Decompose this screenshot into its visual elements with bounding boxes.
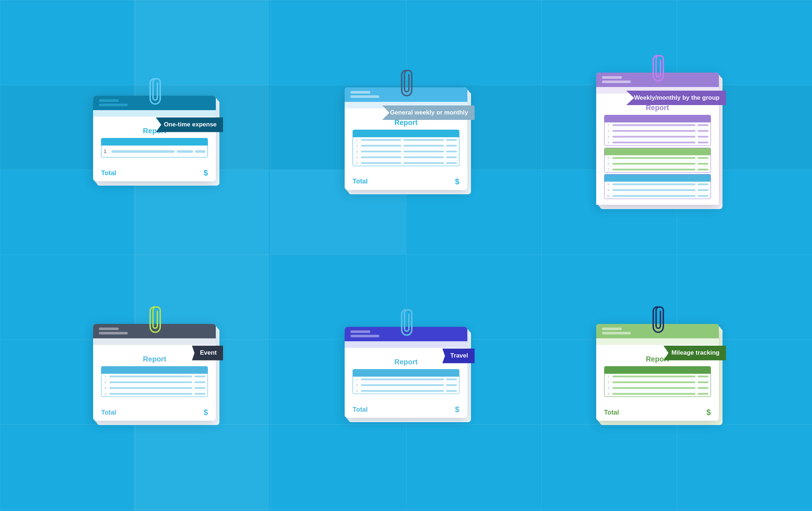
paperclip-6 xyxy=(651,304,664,333)
header-line-1 xyxy=(350,330,370,333)
table-row-2: 2 xyxy=(353,143,459,149)
header-line-1 xyxy=(99,99,119,102)
header-line-1 xyxy=(99,328,119,330)
card-cell-3: Weekly/monthly by the group Report 1 2 xyxy=(532,22,783,256)
card-4-total-icon: $ xyxy=(204,408,208,417)
card-subheader-1 xyxy=(93,110,216,117)
card-3-tag: Weekly/monthly by the group xyxy=(626,91,726,105)
paperclip-3 xyxy=(651,53,664,82)
card-4-total-label: Total xyxy=(101,409,116,416)
card-4-report-label: Report xyxy=(101,351,208,366)
card-cell-4: Event Report 1 2 xyxy=(29,256,280,490)
header-line-1 xyxy=(350,91,370,94)
card-4-tag: Event xyxy=(192,346,223,360)
card-5-tag: Travel xyxy=(442,348,475,363)
card-5-total-label: Total xyxy=(353,406,368,413)
card-wrapper-4: Event Report 1 2 xyxy=(93,324,216,421)
header-line-2 xyxy=(602,81,631,83)
row-number: 1 xyxy=(104,148,109,154)
row-line-alt xyxy=(177,150,193,153)
card-wrapper-5: Travel Report 1 2 xyxy=(345,327,467,418)
card-6-tag-label: Mileage tracking xyxy=(671,349,719,356)
card-3-tag-label: Weekly/monthly by the group xyxy=(634,94,720,101)
row-line-main xyxy=(112,150,175,153)
card-5-table: 1 2 3 xyxy=(353,369,459,394)
card-5-total-icon: $ xyxy=(455,405,459,414)
card-4-table-header xyxy=(101,367,208,374)
card-2-total-label: Total xyxy=(353,178,368,185)
card-1-total-label: Total xyxy=(101,169,116,177)
paperclip-2 xyxy=(400,68,412,96)
card-2-total-icon: $ xyxy=(455,177,459,186)
table-row-5: 5 xyxy=(353,160,459,166)
card-2-tag: General weekly or monthly xyxy=(382,105,475,120)
mileage-card[interactable]: Mileage tracking Report 1 2 xyxy=(596,324,719,421)
card-subheader-5 xyxy=(345,341,467,348)
event-card[interactable]: Event Report 1 2 xyxy=(93,324,216,421)
header-line-2 xyxy=(350,95,379,98)
card-4-tag-label: Event xyxy=(200,349,217,356)
card-3-table: 1 2 3 xyxy=(604,115,711,146)
card-1-total: Total $ xyxy=(93,165,216,181)
card-1-table: 1 xyxy=(101,138,208,157)
card-3-body: Report 1 2 xyxy=(596,94,719,205)
table-row-4: 4 xyxy=(353,155,459,160)
header-line-2 xyxy=(99,104,128,106)
card-1-table-row: 1 xyxy=(101,146,208,157)
card-3-table-3: 8 9 10 xyxy=(604,174,711,199)
card-cell-6: Mileage tracking Report 1 2 xyxy=(532,256,783,490)
travel-card[interactable]: Travel Report 1 2 xyxy=(345,327,467,418)
table-row-3: 3 xyxy=(353,149,459,155)
header-line-1 xyxy=(602,76,622,79)
card-4-table: 1 2 3 xyxy=(101,366,208,397)
header-line-2 xyxy=(602,332,631,334)
card-4-total: Total $ xyxy=(93,404,216,421)
card-wrapper-1: One-time expense Report 1 xyxy=(93,96,216,181)
row-line-end xyxy=(195,150,205,153)
card-1-total-icon: $ xyxy=(204,168,208,178)
group2-header xyxy=(604,148,711,155)
card-5-table-header xyxy=(353,369,459,377)
card-1-tag: One-time expense xyxy=(156,117,223,132)
card-5-tag-label: Travel xyxy=(450,352,468,359)
card-cell-2: General weekly or monthly Report 1 xyxy=(280,22,532,256)
card-cell-1: One-time expense Report 1 xyxy=(29,22,280,256)
paperclip-4 xyxy=(148,304,161,333)
card-2-total: Total $ xyxy=(345,173,467,190)
card-1-table-header xyxy=(101,138,208,146)
card-wrapper-6: Mileage tracking Report 1 2 xyxy=(596,324,719,421)
card-1-tag-label: One-time expense xyxy=(164,121,217,128)
card-6-table: 1 2 3 xyxy=(604,366,711,397)
card-6-total: Total $ xyxy=(596,404,719,421)
group1-header xyxy=(604,115,711,122)
paperclip-1 xyxy=(148,76,161,105)
group3-header xyxy=(604,174,711,182)
cards-grid: One-time expense Report 1 xyxy=(0,0,812,511)
general-weekly-card[interactable]: General weekly or monthly Report 1 xyxy=(345,87,467,190)
card-wrapper-2: General weekly or monthly Report 1 xyxy=(345,87,467,190)
card-subheader-4 xyxy=(93,338,216,345)
paperclip-5 xyxy=(400,307,412,336)
card-2-table-header xyxy=(353,130,459,137)
card-subheader-6 xyxy=(596,338,719,345)
card-cell-5: Travel Report 1 2 xyxy=(280,256,532,490)
header-line-2 xyxy=(350,335,379,337)
card-3-table-2: 5 6 7 xyxy=(604,148,711,173)
expense-card[interactable]: One-time expense Report 1 xyxy=(93,96,216,181)
card-6-tag: Mileage tracking xyxy=(663,346,726,360)
table-row-1: 1 xyxy=(353,137,459,143)
header-line-1 xyxy=(602,328,622,330)
card-6-table-header xyxy=(604,367,711,374)
group-weekly-card[interactable]: Weekly/monthly by the group Report 1 2 xyxy=(596,73,719,205)
card-6-total-icon: $ xyxy=(706,408,711,417)
card-wrapper-3: Weekly/monthly by the group Report 1 2 xyxy=(596,73,719,205)
card-5-total: Total $ xyxy=(345,401,467,418)
header-line-2 xyxy=(99,332,128,334)
card-2-table: 1 2 3 xyxy=(353,130,459,166)
card-6-total-label: Total xyxy=(604,409,619,416)
card-2-tag-label: General weekly or monthly xyxy=(390,109,468,116)
